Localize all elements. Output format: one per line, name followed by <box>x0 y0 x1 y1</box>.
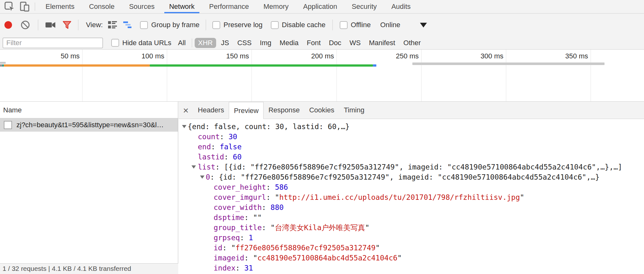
timeline-tick-label: 300 ms <box>440 52 503 60</box>
overview-waterfall-bar <box>150 64 373 67</box>
json-string-value: http://i1.umei.cc/uploads/tu/201701/798/… <box>279 193 520 201</box>
json-plain-text: " <box>398 254 402 262</box>
json-plain-text: " <box>375 244 380 252</box>
tabbar-divider <box>35 3 35 11</box>
filter-icon[interactable] <box>62 21 72 29</box>
expand-arrow-icon[interactable] <box>182 125 186 128</box>
record-button[interactable] <box>4 21 12 29</box>
json-string-value: 台湾美女Kila户外唯美写真 <box>275 223 365 232</box>
overview-waterfall-bar <box>0 62 6 64</box>
json-row-text: imageid: "cc48190e57100864abc4d55a2c4104… <box>214 253 402 263</box>
json-tree-row: cover_imgurl: "http://i1.umei.cc/uploads… <box>179 192 644 202</box>
timeline-tick-label: 50 ms <box>16 52 80 60</box>
inspect-element-icon[interactable] <box>3 0 16 13</box>
type-filter-manifest[interactable]: Manifest <box>365 38 398 48</box>
json-plain-text: " <box>365 223 369 232</box>
type-filter-media[interactable]: Media <box>276 38 302 48</box>
tab-network[interactable]: Network <box>162 0 202 13</box>
network-toolbar: View: Group by frame Preserve log Disab <box>0 14 644 36</box>
clear-icon[interactable] <box>20 20 30 30</box>
timeline-gridline <box>82 50 82 101</box>
expand-arrow-icon[interactable] <box>191 165 196 169</box>
json-tree-row[interactable]: {end: false, count: 30, lastid: 60,…} <box>179 122 644 132</box>
tab-security[interactable]: Security <box>344 0 384 13</box>
json-row-text: {end: false, count: 30, lastid: 60,…} <box>188 122 349 132</box>
filter-input[interactable] <box>3 38 103 48</box>
type-filter-doc[interactable]: Doc <box>325 38 345 48</box>
tab-application[interactable]: Application <box>296 0 344 13</box>
request-name: zj?ch=beauty&t1=595&listtype=new&sn=30&l… <box>16 121 164 129</box>
detail-tab-cookies[interactable]: Cookies <box>304 102 339 119</box>
resource-type-filters: AllXHRJSCSSImgMediaFontDocWSManifestOthe… <box>174 38 425 48</box>
detail-tab-timing[interactable]: Timing <box>339 102 369 119</box>
json-row-text: grpseq: 1 <box>214 233 253 243</box>
requests-panel: Name zj?ch=beauty&t1=595&listtype=new&sn… <box>0 102 178 274</box>
show-overview-icon[interactable] <box>123 21 133 29</box>
json-key: list <box>198 163 215 171</box>
type-filter-img[interactable]: Img <box>256 38 275 48</box>
group-by-frame-checkbox[interactable] <box>140 21 148 29</box>
json-plain-text: : " <box>262 223 275 232</box>
network-overview: 50 ms100 ms150 ms200 ms250 ms300 ms350 m… <box>0 50 644 102</box>
json-tree-row: id: "ff276e8056f58896e7cf92505a312749" <box>179 243 644 253</box>
filter-divider <box>192 39 192 47</box>
network-filter-bar: Hide data URLs AllXHRJSCSSImgMediaFontDo… <box>0 36 644 50</box>
json-row-text: group_title: "台湾美女Kila户外唯美写真" <box>214 223 369 233</box>
hide-data-urls-label: Hide data URLs <box>122 39 171 47</box>
type-filter-all[interactable]: All <box>174 38 189 48</box>
request-row[interactable]: zj?ch=beauty&t1=595&listtype=new&sn=30&l… <box>0 118 178 132</box>
tab-audits[interactable]: Audits <box>384 0 418 13</box>
type-filter-css[interactable]: CSS <box>234 38 255 48</box>
device-toolbar-icon[interactable] <box>18 0 31 13</box>
tab-memory[interactable]: Memory <box>256 0 296 13</box>
type-filter-ws[interactable]: WS <box>346 38 364 48</box>
type-filter-font[interactable]: Font <box>303 38 324 48</box>
json-key: count <box>198 133 220 141</box>
json-row-text: cover_width: 880 <box>214 202 284 212</box>
timeline-gridline <box>421 50 422 101</box>
tab-console[interactable]: Console <box>82 0 122 13</box>
preserve-log-label: Preserve log <box>223 21 263 29</box>
json-plain-text: : <box>240 234 249 242</box>
close-icon[interactable]: × <box>179 102 193 119</box>
json-plain-text: : <box>220 133 228 141</box>
preserve-log-checkbox[interactable] <box>212 21 220 29</box>
view-label: View: <box>86 21 103 29</box>
tab-elements[interactable]: Elements <box>38 0 82 13</box>
json-row-text: cover_imgurl: "http://i1.umei.cc/uploads… <box>214 192 524 202</box>
hide-data-urls-checkbox[interactable] <box>111 39 119 47</box>
json-tree-row: cover_width: 880 <box>179 202 644 212</box>
toolbar-divider <box>38 20 38 30</box>
capture-screenshots-icon[interactable] <box>45 21 56 29</box>
detail-tab-headers[interactable]: Headers <box>193 102 229 119</box>
offline-checkbox[interactable] <box>340 21 348 29</box>
group-by-frame-label: Group by frame <box>151 21 199 29</box>
disable-cache-checkbox[interactable] <box>271 21 279 29</box>
large-rows-icon[interactable] <box>108 21 117 29</box>
json-row-text: id: "ff276e8056f58896e7cf92505a312749" <box>214 243 380 253</box>
type-filter-other[interactable]: Other <box>400 38 424 48</box>
disable-cache-label: Disable cache <box>282 21 325 29</box>
type-filter-xhr[interactable]: XHR <box>195 38 216 48</box>
tab-performance[interactable]: Performance <box>202 0 256 13</box>
json-tree-row[interactable]: 0: {id: "ff276e8056f58896e7cf92505a31274… <box>179 172 644 182</box>
json-tree-row[interactable]: list: [{id: "ff276e8056f58896e7cf92505a3… <box>179 162 644 172</box>
name-column-header[interactable]: Name <box>0 102 178 118</box>
json-boolean-value: false <box>220 143 241 151</box>
tab-sources[interactable]: Sources <box>122 0 162 13</box>
json-key: id <box>214 244 222 252</box>
timeline-tick-label: 150 ms <box>186 52 249 60</box>
json-key: cover_height <box>214 183 266 191</box>
panel-tabs: ElementsConsoleSourcesNetworkPerformance… <box>38 0 418 13</box>
type-filter-js[interactable]: JS <box>217 38 233 48</box>
json-plain-text: : {id: "ff276e8056f58896e7cf92505a312749… <box>210 173 599 181</box>
detail-tab-preview[interactable]: Preview <box>229 102 264 119</box>
detail-tabs: HeadersPreviewResponseCookiesTiming <box>193 102 369 119</box>
throttling-select[interactable]: Online <box>380 21 400 29</box>
detail-tab-response[interactable]: Response <box>264 102 304 119</box>
chevron-down-icon[interactable] <box>420 23 427 27</box>
expand-arrow-icon[interactable] <box>200 176 204 179</box>
detail-tab-bar: × HeadersPreviewResponseCookiesTiming <box>179 102 644 119</box>
json-plain-text: : "" <box>244 213 262 222</box>
json-key: grpseq <box>214 234 240 242</box>
